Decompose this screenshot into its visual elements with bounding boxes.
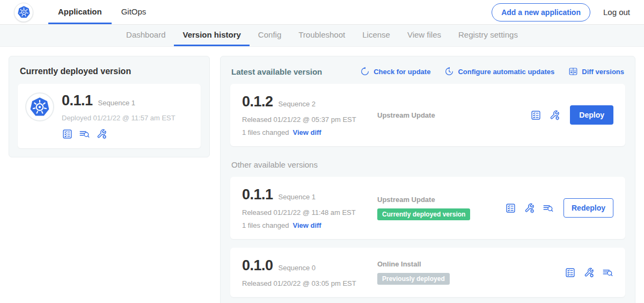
version-source: Upstream Update [377, 111, 530, 119]
latest-available-header: Latest available version Check for updat… [231, 67, 624, 76]
source-label: Upstream Update [377, 111, 530, 119]
preflight-checks-icon[interactable] [62, 128, 73, 140]
header-tabs: Application GitOps [48, 0, 156, 24]
tab-troubleshoot[interactable]: Troubleshoot [290, 25, 354, 46]
diff-versions-icon [568, 67, 578, 76]
deploy-logs-icon[interactable] [602, 267, 613, 278]
current-sequence-label: Sequence 1 [98, 99, 135, 107]
files-changed-label: 1 files changed [242, 221, 289, 229]
diff-versions-link[interactable]: Diff versions [568, 67, 624, 76]
version-info: 0.1.0 Sequence 0 Released 01/20/22 @ 03:… [242, 257, 377, 287]
check-for-update-link[interactable]: Check for update [360, 67, 430, 76]
currently-deployed-title: Currently deployed version [20, 67, 201, 76]
view-diff-link[interactable]: View diff [292, 128, 321, 136]
tab-application[interactable]: Application [48, 0, 112, 24]
preflight-checks-icon[interactable] [565, 267, 576, 278]
tab-gitops[interactable]: GitOps [112, 0, 156, 24]
files-changed-label: 1 files changed [242, 128, 289, 136]
version-number: 0.1.1 [242, 186, 273, 203]
released-timestamp: Released 01/21/22 @ 05:37 pm EST [242, 116, 377, 124]
version-row-0.1.1: 0.1.1 Sequence 1 Released 01/21/22 @ 11:… [230, 177, 625, 239]
version-actions: Redeploy [505, 198, 613, 218]
tab-registry-settings[interactable]: Registry settings [450, 25, 526, 46]
configure-automatic-updates-link[interactable]: Configure automatic updates [444, 67, 554, 76]
source-label: Online Install [377, 260, 565, 268]
refresh-icon [360, 67, 370, 76]
version-info: 0.1.1 Sequence 1 Released 01/21/22 @ 11:… [242, 186, 377, 229]
deploy-logs-icon[interactable] [79, 128, 90, 140]
tab-view-files[interactable]: View files [399, 25, 450, 46]
kubernetes-wheel-icon [28, 96, 51, 118]
deploy-button[interactable]: Deploy [570, 105, 613, 125]
preflight-checks-icon[interactable] [530, 110, 541, 121]
diff-versions-label: Diff versions [582, 68, 624, 76]
version-source: Upstream Update Currently deployed versi… [377, 196, 505, 220]
app-logo [25, 92, 54, 121]
deploy-logs-icon[interactable] [543, 203, 554, 214]
current-deployed-timestamp: Deployed 01/21/22 @ 11:57 am EST [62, 114, 175, 122]
kubernetes-logo [14, 3, 33, 22]
version-source: Online Install Previously deployed [377, 260, 565, 285]
tab-dashboard[interactable]: Dashboard [118, 25, 174, 46]
latest-available-title: Latest available version [231, 67, 322, 76]
header-right: Add a new application Log out [492, 0, 630, 24]
add-new-application-button[interactable]: Add a new application [492, 3, 590, 21]
currently-deployed-panel: Currently deployed version 0.1.1 Sequenc… [9, 56, 210, 157]
sequence-label: Sequence 0 [279, 264, 316, 272]
version-row-0.1.0: 0.1.0 Sequence 0 Released 01/20/22 @ 03:… [230, 248, 625, 297]
app-subnav: Dashboard Version history Config Trouble… [0, 25, 644, 47]
other-available-versions-title: Other available versions [231, 160, 624, 169]
version-number: 0.1.0 [242, 257, 273, 274]
sequence-label: Sequence 1 [279, 193, 316, 201]
current-version-card: 0.1.1 Sequence 1 Deployed 01/21/22 @ 11:… [18, 84, 201, 148]
previously-deployed-badge: Previously deployed [377, 273, 450, 285]
logout-button[interactable]: Log out [603, 8, 630, 17]
current-version-info: 0.1.1 Sequence 1 Deployed 01/21/22 @ 11:… [62, 92, 175, 140]
tab-license[interactable]: License [354, 25, 399, 46]
kubernetes-wheel-icon [17, 5, 31, 19]
released-timestamp: Released 01/21/22 @ 11:48 am EST [242, 208, 377, 217]
tab-config[interactable]: Config [250, 25, 290, 46]
main-content: Currently deployed version 0.1.1 Sequenc… [0, 47, 644, 303]
tab-version-history[interactable]: Version history [174, 25, 249, 46]
check-for-update-label: Check for update [374, 68, 430, 76]
currently-deployed-badge: Currently deployed version [377, 208, 470, 220]
version-info: 0.1.2 Sequence 2 Released 01/21/22 @ 05:… [242, 93, 377, 136]
preflight-checks-icon[interactable] [505, 203, 516, 214]
configure-automatic-updates-label: Configure automatic updates [458, 68, 554, 76]
edit-config-icon[interactable] [524, 203, 535, 214]
version-actions [565, 267, 613, 278]
edit-config-icon[interactable] [549, 110, 560, 121]
version-number: 0.1.2 [242, 93, 273, 110]
app-header: Application GitOps Add a new application… [0, 0, 644, 25]
version-row-0.1.2: 0.1.2 Sequence 2 Released 01/21/22 @ 05:… [230, 84, 625, 146]
released-timestamp: Released 01/20/22 @ 03:05 pm EST [242, 279, 377, 287]
edit-config-icon[interactable] [96, 128, 107, 140]
version-history-panel: Latest available version Check for updat… [220, 56, 635, 303]
view-diff-link[interactable]: View diff [292, 221, 321, 229]
version-actions: Deploy [530, 105, 613, 125]
version-actions: Check for update Configure automatic upd… [360, 67, 624, 76]
sequence-label: Sequence 2 [279, 100, 316, 108]
redeploy-button[interactable]: Redeploy [564, 198, 613, 218]
current-version-number: 0.1.1 [62, 92, 93, 109]
source-label: Upstream Update [377, 196, 505, 204]
edit-config-icon[interactable] [583, 267, 595, 278]
auto-update-clock-icon [444, 67, 454, 76]
